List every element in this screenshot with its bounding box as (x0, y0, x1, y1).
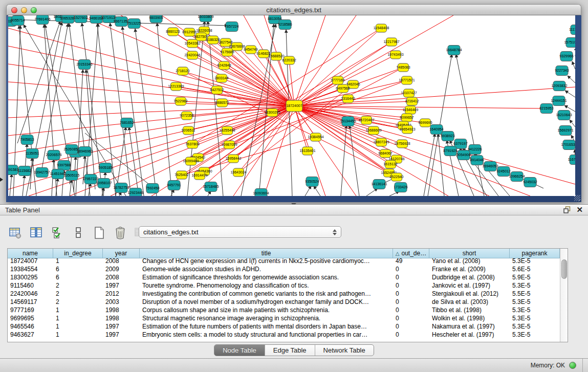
window-titlebar[interactable]: citations_edges.txt (6, 4, 581, 15)
table-cell[interactable]: 2003 (103, 298, 140, 306)
table-cell[interactable]: 0 (393, 273, 429, 281)
float-panel-icon[interactable] (563, 206, 571, 213)
table-cell[interactable]: 2 (53, 290, 103, 298)
table-cell[interactable]: 0 (393, 298, 429, 306)
tab-network-table[interactable]: Network Table (315, 345, 374, 356)
delete-columns-icon[interactable] (112, 225, 128, 241)
table-cell[interactable]: 0 (393, 265, 429, 273)
table-cell[interactable]: 5.3E-5 (510, 314, 560, 322)
graph-node-label: 16093604 (253, 191, 269, 195)
table-cell[interactable]: Tourette syndrome. Phenomenology and cla… (140, 281, 393, 290)
table-cell[interactable]: Changes of HCN gene expression and I(f) … (140, 257, 393, 265)
table-cell[interactable]: 14569117 (8, 298, 53, 306)
zoom-window-button[interactable] (31, 7, 37, 13)
minimize-window-button[interactable] (21, 7, 27, 13)
table-cell[interactable]: 0 (393, 306, 429, 314)
table-cell[interactable]: 1997 (103, 322, 140, 331)
table-cell[interactable]: 5.5E-5 (510, 290, 560, 298)
table-cell[interactable]: 5.6E-5 (510, 265, 560, 273)
table-cell[interactable]: Stergiakouli et al. (2012) (429, 290, 510, 298)
table-cell[interactable]: Dudbridge et al. (2008) (429, 273, 510, 281)
table-cell[interactable]: 5.3E-5 (510, 306, 560, 314)
table-cell[interactable]: 6 (53, 273, 103, 281)
table-cell[interactable]: 2012 (103, 290, 140, 298)
table-cell[interactable]: 5.3E-5 (510, 257, 560, 265)
table-cell[interactable]: Embryonic stem cells: a model to study s… (140, 331, 393, 339)
table-cell[interactable]: 5.3E-5 (510, 331, 560, 339)
table-cell[interactable]: 1 (53, 314, 103, 322)
table-cell[interactable]: Structural magnetic resonance image aver… (140, 314, 393, 322)
graph-edge (8, 82, 294, 106)
table-cell[interactable]: 0 (393, 322, 429, 331)
table-cell[interactable]: 0 (393, 290, 429, 298)
table-cell[interactable]: 0 (393, 314, 429, 322)
table-cell[interactable]: Franke et al. (2009) (429, 265, 510, 273)
table-cell[interactable]: 0 (393, 281, 429, 290)
tab-edge-table[interactable]: Edge Table (265, 345, 315, 356)
table-cell[interactable]: 49 (393, 257, 429, 265)
table-cell[interactable]: 6 (53, 265, 103, 273)
table-cell[interactable]: Disruption of a novel member of a sodium… (140, 298, 393, 306)
graph-node-label: 6497568 (336, 86, 350, 90)
table-cell[interactable]: Nakamura et al. (1997) (429, 322, 510, 331)
table-cell[interactable]: 1997 (103, 331, 140, 339)
show-columns-icon[interactable] (28, 225, 45, 241)
close-panel-icon[interactable]: ✕ (576, 206, 583, 213)
table-selector[interactable]: citations_edges.txt (139, 226, 341, 238)
table-cell[interactable]: 2009 (103, 265, 140, 273)
table-cell[interactable]: 5.3E-5 (510, 298, 560, 306)
graph-node-label: 15958442 (225, 157, 241, 160)
table-cell[interactable]: 2008 (103, 273, 140, 281)
table-cell[interactable]: 0 (393, 331, 429, 339)
table-cell[interactable]: Tibbo et al. (1998) (429, 306, 510, 314)
table-cell[interactable]: 2008 (103, 257, 140, 265)
table-cell[interactable]: Genome-wide association studies in ADHD. (140, 265, 393, 273)
column-header-label: out_de… (402, 250, 427, 257)
table-cell[interactable]: 9463627 (8, 331, 53, 339)
table-cell[interactable]: de Silva et al. (2003) (429, 298, 510, 306)
table-cell[interactable]: 1998 (103, 314, 140, 322)
window-resize-grip[interactable] (574, 195, 580, 201)
table-cell[interactable]: Hescheler et al. (1997) (429, 331, 510, 339)
table-cell[interactable]: 9777169 (8, 306, 53, 314)
table-cell[interactable]: Jankovic et al. (1997) (429, 281, 510, 290)
graph-node-label: 7637803 (185, 142, 199, 146)
table-mode-icon[interactable] (7, 225, 24, 241)
table-cell[interactable]: 2 (53, 298, 103, 306)
table-scrollbar-thumb[interactable] (561, 259, 567, 279)
selection-mode-icon[interactable] (49, 225, 66, 241)
table-cell[interactable]: 1 (53, 257, 103, 265)
table-cell[interactable]: 22420046 (8, 290, 53, 298)
table-cell[interactable]: 1 (53, 331, 103, 339)
table-cell[interactable]: Wolkin et al. (1998) (429, 314, 510, 322)
table-cell[interactable]: Yano et al. (2008) (429, 257, 510, 265)
table-cell[interactable]: 1997 (103, 281, 140, 290)
table-cell[interactable]: 19384554 (8, 265, 53, 273)
table-cell[interactable]: 1 (53, 306, 103, 314)
create-column-icon[interactable] (91, 225, 107, 241)
table-cell[interactable]: 9699695 (8, 314, 53, 322)
table-cell[interactable]: 18724007 (8, 257, 53, 265)
table-cell[interactable]: Corpus callosum shape and size in male p… (140, 306, 393, 314)
table-cell[interactable]: Investigating the contribution of common… (140, 290, 393, 298)
graph-nodes: 1872400788601238912955182260589827509818… (8, 15, 575, 196)
panel-collapse-arrow[interactable] (0, 178, 3, 182)
network-canvas[interactable]: 1872400788601238912955182260589827509818… (8, 15, 575, 196)
table-cell[interactable]: 2 (53, 281, 103, 290)
table-cell[interactable]: Estimation of significance thresholds fo… (140, 273, 393, 281)
table-cell[interactable]: 5.3E-5 (510, 322, 560, 331)
close-window-button[interactable] (11, 7, 17, 13)
table-cell[interactable]: 9465546 (8, 322, 53, 331)
graph-edge (314, 186, 320, 196)
table-scrollbar[interactable] (560, 249, 568, 342)
table-cell[interactable]: 1 (53, 322, 103, 331)
table-cell[interactable]: 18300295 (8, 273, 53, 281)
row-height-icon[interactable] (70, 225, 86, 241)
table-cell[interactable]: 9115460 (8, 281, 53, 290)
memory-indicator[interactable] (569, 362, 576, 369)
tab-node-table[interactable]: Node Table (214, 345, 265, 356)
table-cell[interactable]: 5.9E-5 (510, 273, 560, 281)
table-cell[interactable]: 5.3E-5 (510, 281, 560, 290)
table-cell[interactable]: 1998 (103, 306, 140, 314)
table-cell[interactable]: Estimation of the future numbers of pati… (140, 322, 393, 331)
